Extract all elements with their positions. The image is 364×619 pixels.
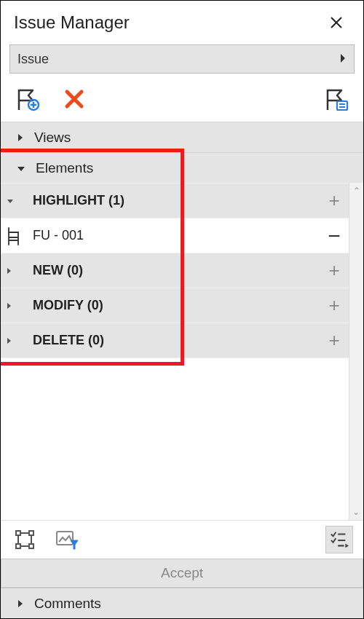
delete-x-icon[interactable] — [60, 85, 88, 113]
chevron-right-icon — [1, 335, 17, 347]
add-new-button[interactable]: + — [320, 259, 349, 282]
svg-rect-3 — [16, 531, 20, 535]
chevron-down-icon — [17, 160, 25, 176]
category-new-label: NEW (0) — [17, 263, 320, 278]
empty-area — [1, 358, 349, 520]
image-filter-icon[interactable] — [53, 526, 81, 553]
accept-button[interactable]: Accept — [1, 559, 363, 588]
category-modify[interactable]: MODIFY (0) + — [1, 288, 349, 323]
category-delete-label: DELETE (0) — [17, 333, 320, 348]
chevron-right-icon — [1, 300, 17, 312]
section-views[interactable]: Views — [1, 122, 363, 152]
add-flag-icon[interactable] — [14, 85, 41, 113]
scrollbar[interactable]: ⌃ ⌄ — [349, 183, 363, 520]
chevron-down-icon — [1, 195, 17, 207]
scroll-up-icon[interactable]: ⌃ — [349, 183, 363, 199]
section-comments-label: Comments — [34, 596, 101, 612]
issue-dropdown-label: Issue — [17, 52, 49, 67]
chevron-right-icon — [339, 52, 347, 67]
section-comments[interactable]: Comments — [1, 588, 363, 618]
category-highlight[interactable]: HIGHLIGHT (1) + — [1, 183, 349, 218]
svg-rect-1 — [337, 101, 347, 110]
svg-rect-4 — [29, 531, 33, 535]
add-highlight-button[interactable]: + — [320, 189, 349, 212]
bounding-box-icon[interactable] — [11, 526, 39, 553]
checklist-icon[interactable] — [325, 526, 353, 553]
section-elements[interactable]: Elements — [1, 152, 363, 183]
chevron-right-icon — [17, 130, 24, 146]
section-elements-label: Elements — [36, 160, 93, 176]
svg-rect-6 — [29, 544, 33, 548]
category-highlight-label: HIGHLIGHT (1) — [17, 193, 320, 208]
element-item[interactable]: FU - 001 − — [1, 218, 349, 253]
scroll-down-icon[interactable]: ⌄ — [349, 504, 363, 520]
svg-rect-5 — [16, 544, 20, 548]
add-modify-button[interactable]: + — [320, 294, 349, 317]
chevron-right-icon — [1, 265, 17, 277]
category-delete[interactable]: DELETE (0) + — [1, 323, 349, 358]
section-views-label: Views — [34, 130, 71, 146]
category-modify-label: MODIFY (0) — [17, 298, 320, 313]
chair-icon — [1, 226, 33, 246]
remove-item-button[interactable]: − — [320, 230, 349, 241]
element-item-label: FU - 001 — [33, 228, 320, 243]
flag-details-icon[interactable] — [323, 85, 350, 113]
add-delete-button[interactable]: + — [320, 329, 349, 352]
window-title: Issue Manager — [14, 12, 130, 33]
issue-dropdown[interactable]: Issue — [9, 44, 355, 74]
category-new[interactable]: NEW (0) + — [1, 253, 349, 288]
accept-button-label: Accept — [161, 565, 203, 581]
close-icon[interactable] — [323, 9, 350, 36]
chevron-right-icon — [17, 596, 24, 612]
